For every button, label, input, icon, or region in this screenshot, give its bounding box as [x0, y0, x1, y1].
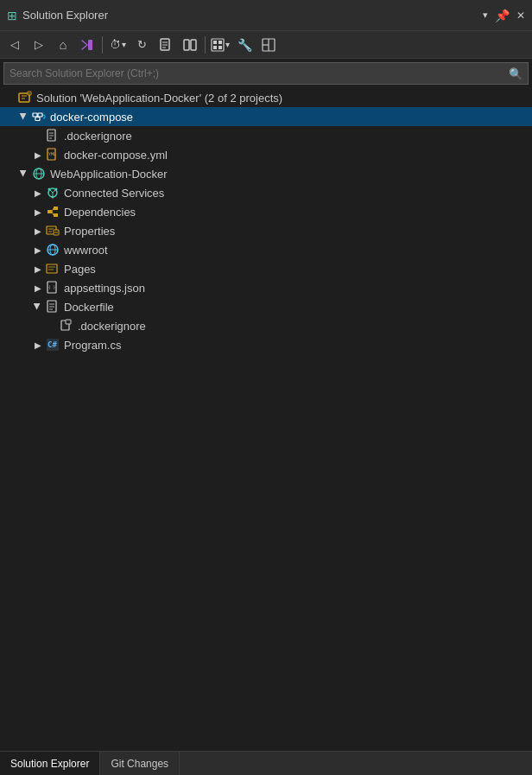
- program-cs-row[interactable]: ▶ C# Program.cs: [0, 335, 532, 354]
- solution-row[interactable]: ▶ S Solution 'WebApplication-Docker' (2 …: [0, 88, 532, 107]
- svg-rect-24: [48, 130, 55, 141]
- close-icon[interactable]: ✕: [516, 10, 525, 22]
- tab-solution-explorer[interactable]: Solution Explorer: [0, 752, 100, 775]
- wwwroot-arrow[interactable]: ▶: [31, 243, 45, 257]
- svg-rect-42: [54, 213, 58, 217]
- svg-rect-1: [88, 40, 92, 50]
- sync-button[interactable]: ↻: [130, 34, 153, 56]
- svg-marker-0: [81, 40, 88, 50]
- title-bar: ⊞ Solution Explorer ▾ 📌 ✕: [0, 0, 532, 31]
- properties-row[interactable]: ▶ Properties: [0, 221, 532, 240]
- properties-label: Properties: [64, 225, 115, 238]
- appsettings-icon: { }: [45, 280, 60, 295]
- dockerignore2-icon: [59, 318, 74, 334]
- svg-line-43: [52, 208, 54, 212]
- docker-compose-icon: [31, 109, 47, 124]
- tab-git-changes[interactable]: Git Changes: [100, 752, 180, 775]
- panel-icon: [262, 38, 276, 52]
- docker-compose-yml-arrow[interactable]: ▶: [31, 148, 45, 162]
- pages-arrow[interactable]: ▶: [31, 262, 45, 276]
- dockerfile-row[interactable]: ▶ Dockerfile: [0, 297, 532, 316]
- search-bar[interactable]: 🔍: [3, 62, 529, 85]
- properties-arrow[interactable]: ▶: [31, 224, 45, 238]
- split-view-button[interactable]: [179, 34, 201, 56]
- program-cs-label: Program.cs: [64, 339, 121, 352]
- solution-explorer-icon: ⊞: [7, 9, 17, 22]
- program-cs-icon: C#: [45, 337, 60, 353]
- properties-icon: [45, 223, 60, 238]
- svg-rect-21: [33, 113, 37, 117]
- vs-icon: [80, 38, 94, 52]
- solution-label: Solution 'WebApplication-Docker' (2 of 2…: [36, 92, 282, 105]
- dockerignore-icon: [45, 128, 60, 143]
- dockerignore2-label: .dockerignore: [78, 320, 146, 333]
- svg-text:C#: C#: [48, 340, 57, 349]
- program-cs-arrow[interactable]: ▶: [31, 338, 45, 352]
- wwwroot-label: wwwroot: [64, 244, 108, 257]
- dockerfile-label: Dockerfile: [64, 301, 114, 314]
- svg-rect-41: [54, 206, 58, 210]
- webapp-docker-row[interactable]: ▶ WebApplication-Docker: [0, 164, 532, 183]
- svg-rect-63: [66, 320, 71, 324]
- dockerfile-arrow[interactable]: ▶: [31, 300, 45, 314]
- svg-rect-53: [47, 264, 57, 273]
- dependencies-row[interactable]: ▶ Dependencies: [0, 202, 532, 221]
- panel-button[interactable]: [257, 34, 280, 56]
- search-input[interactable]: [10, 67, 509, 79]
- title-bar-right: ▾ 📌 ✕: [483, 9, 525, 22]
- connected-services-row[interactable]: ▶ Connected Services: [0, 183, 532, 202]
- toolbar: ◁ ▷ ⌂ ⏱ ▾ ↻ ▾: [0, 31, 532, 59]
- dockerignore2-row[interactable]: ▶ .dockerignore: [0, 316, 532, 335]
- svg-rect-12: [218, 46, 222, 49]
- wwwroot-icon: [45, 242, 60, 257]
- connected-services-label: Connected Services: [64, 187, 164, 200]
- pages-label: Pages: [64, 263, 96, 276]
- webapp-icon: [31, 166, 47, 181]
- webapp-label: WebApplication-Docker: [50, 168, 168, 181]
- history-button[interactable]: ⏱ ▾: [106, 34, 129, 56]
- webapp-arrow[interactable]: ▶: [17, 167, 31, 181]
- tab-solution-explorer-label: Solution Explorer: [10, 758, 89, 770]
- docker-compose-yml-row[interactable]: ▶ YML docker-compose.yml: [0, 145, 532, 164]
- filter-button[interactable]: ▾: [209, 34, 231, 56]
- docker-compose-yml-icon: YML: [45, 147, 60, 162]
- svg-line-44: [52, 212, 54, 215]
- svg-rect-58: [48, 301, 56, 312]
- appsettings-row[interactable]: ▶ { } appsettings.json: [0, 278, 532, 297]
- filter-icon: [211, 38, 225, 52]
- file-view-button[interactable]: [155, 34, 177, 56]
- svg-rect-7: [191, 40, 196, 50]
- history-dropdown-arrow: ▾: [122, 40, 126, 49]
- separator-2: [205, 36, 206, 54]
- docker-compose-row[interactable]: ▶ docker-compose: [0, 107, 532, 126]
- file-view-icon: [159, 38, 173, 52]
- dockerignore-row[interactable]: ▶ .dockerignore: [0, 126, 532, 145]
- svg-rect-22: [38, 113, 42, 117]
- dependencies-arrow[interactable]: ▶: [31, 205, 45, 219]
- pin-icon[interactable]: 📌: [495, 9, 510, 22]
- forward-button[interactable]: ▷: [28, 34, 50, 56]
- svg-line-37: [49, 189, 53, 193]
- dockerfile-icon: [45, 299, 60, 314]
- dependencies-label: Dependencies: [64, 206, 136, 219]
- svg-rect-23: [35, 118, 40, 121]
- connected-services-arrow[interactable]: ▶: [31, 186, 45, 200]
- settings-button[interactable]: 🔧: [233, 34, 256, 56]
- svg-rect-40: [48, 210, 52, 213]
- title-bar-left: ⊞ Solution Explorer: [7, 9, 108, 22]
- appsettings-arrow[interactable]: ▶: [31, 281, 45, 295]
- history-icon: ⏱: [110, 38, 121, 51]
- svg-rect-9: [213, 41, 217, 44]
- home-button[interactable]: ⌂: [52, 34, 74, 56]
- vs-button[interactable]: [76, 34, 98, 56]
- wwwroot-row[interactable]: ▶ wwwroot: [0, 240, 532, 259]
- title-bar-text: Solution Explorer: [22, 9, 108, 22]
- svg-text:{  }: { }: [48, 285, 55, 289]
- tree-container: ▶ S Solution 'WebApplication-Docker' (2 …: [0, 88, 532, 751]
- docker-compose-arrow[interactable]: ▶: [17, 110, 31, 124]
- dropdown-icon[interactable]: ▾: [483, 10, 488, 21]
- pages-row[interactable]: ▶ Pages: [0, 259, 532, 278]
- docker-compose-yml-label: docker-compose.yml: [64, 149, 168, 162]
- back-button[interactable]: ◁: [3, 34, 26, 56]
- dockerignore-label: .dockerignore: [64, 130, 132, 143]
